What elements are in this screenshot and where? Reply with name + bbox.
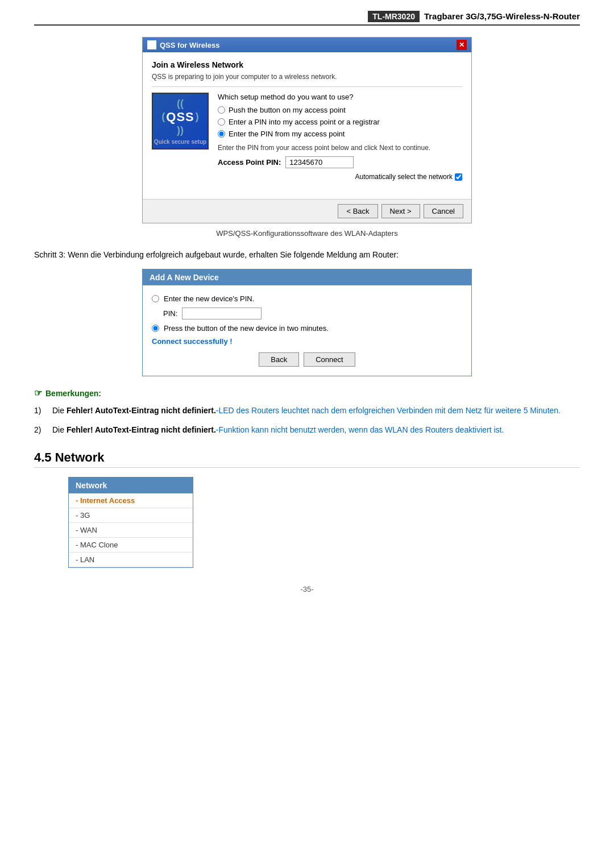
qss-waves-inner-right: ) bbox=[196, 111, 199, 123]
remark-item-1: 1) Die Fehler! AutoText-Eintrag nicht de… bbox=[34, 404, 580, 417]
qss-caption: WPS/QSS-Konfigurationssoftware des WLAN-… bbox=[34, 229, 580, 238]
radio-option-0[interactable]: Push the button on my access point bbox=[218, 106, 462, 114]
remarks-title-text: Bemerkungen: bbox=[45, 389, 101, 398]
network-menu: Network - Internet Access - 3G - WAN - M… bbox=[68, 477, 193, 568]
auto-select-checkbox[interactable] bbox=[455, 173, 462, 181]
add-device-pin-input[interactable] bbox=[182, 308, 262, 319]
qss-dialog-content: Join a Wireless Network QSS is preparing… bbox=[143, 52, 471, 199]
step-3-text: Schritt 3: Wenn die Verbindung erfolgrei… bbox=[34, 249, 580, 261]
qss-icon-graphic: (( ( QSS ) )) Quick secure setup bbox=[152, 93, 209, 149]
network-menu-item-mac-clone[interactable]: - MAC Clone bbox=[69, 538, 193, 553]
page-number: -35- bbox=[34, 585, 580, 593]
pin-instruction: Enter the PIN from your access point bel… bbox=[218, 144, 462, 152]
qss-question: Which setup method do you want to use? bbox=[218, 93, 462, 101]
qss-titlebar-left: QSS for Wireless bbox=[147, 40, 219, 49]
radio-push-button-label: Push the button on my access point bbox=[229, 106, 346, 114]
qss-waves-inner: ( bbox=[161, 111, 165, 123]
qss-footer: < Back Next > Cancel bbox=[143, 199, 471, 223]
add-device-connect-button[interactable]: Connect bbox=[304, 352, 355, 367]
radio-enter-pin-ap-label: Enter the PIN from my access point bbox=[229, 130, 345, 138]
radio-enter-pin-registrar-label: Enter a PIN into my access point or a re… bbox=[229, 118, 380, 126]
qss-subtitle: QSS is preparing to join your computer t… bbox=[152, 73, 462, 87]
qss-close-button[interactable]: ✕ bbox=[457, 40, 467, 50]
remark-num-2: 2) bbox=[34, 423, 48, 436]
add-device-pin-row: PIN: bbox=[152, 308, 462, 319]
qss-waves-left: (( bbox=[177, 98, 184, 110]
remark-2-bold: Fehler! AutoText-Eintrag nicht definiert… bbox=[67, 425, 216, 434]
add-device-dialog: Add A New Device Enter the new device's … bbox=[142, 269, 472, 376]
add-device-content: Enter the new device's PIN. PIN: Press t… bbox=[143, 285, 471, 376]
auto-select-label: Automatically select the network bbox=[355, 173, 453, 181]
network-menu-item-3g[interactable]: - 3G bbox=[69, 508, 193, 523]
add-device-option-0[interactable]: Enter the new device's PIN. bbox=[152, 294, 462, 303]
remark-1-blue: -LED des Routers leuchtet nach dem erfol… bbox=[216, 406, 561, 415]
qss-icon-label: Quick secure setup bbox=[154, 139, 206, 145]
add-device-footer: Back Connect bbox=[152, 352, 462, 367]
remark-2-blue: -Funktion kann nicht benutzt werden, wen… bbox=[216, 425, 504, 434]
qss-titlebar-icon bbox=[147, 40, 156, 49]
add-device-pin-text: PIN: bbox=[163, 309, 177, 318]
next-button[interactable]: Next > bbox=[381, 204, 420, 218]
remarks-section: ☞ Bemerkungen: 1) Die Fehler! AutoText-E… bbox=[34, 388, 580, 437]
radio-option-1[interactable]: Enter a PIN into my access point or a re… bbox=[218, 118, 462, 126]
model-label: TL-MR3020 bbox=[368, 11, 420, 22]
page-header: TL-MR3020 Tragbarer 3G/3,75G-Wireless-N-… bbox=[34, 11, 580, 26]
radio-push-button[interactable] bbox=[218, 106, 225, 114]
pin-row: Access Point PIN: bbox=[218, 156, 462, 168]
qss-waves-right: )) bbox=[177, 124, 184, 136]
qss-text: QSS bbox=[166, 110, 194, 124]
auto-select-row: Automatically select the network bbox=[218, 173, 462, 181]
pin-label: Access Point PIN: bbox=[218, 158, 281, 167]
qss-section-title: Join a Wireless Network bbox=[152, 60, 462, 69]
add-device-back-button[interactable]: Back bbox=[259, 352, 299, 367]
pin-input[interactable] bbox=[285, 156, 354, 168]
qss-options: Which setup method do you want to use? P… bbox=[218, 93, 462, 183]
remark-item-2: 2) Die Fehler! AutoText-Eintrag nicht de… bbox=[34, 423, 580, 436]
connect-success-text: Connect successfully ! bbox=[152, 337, 462, 346]
qss-dialog: QSS for Wireless ✕ Join a Wireless Netwo… bbox=[142, 37, 472, 223]
add-device-pin-label: Enter the new device's PIN. bbox=[164, 294, 254, 303]
product-name-label: Tragbarer 3G/3,75G-Wireless-N-Router bbox=[424, 11, 580, 21]
add-device-press-label: Press the button of the new device in tw… bbox=[164, 324, 329, 333]
section-45-heading: 4.5 Network bbox=[34, 450, 580, 468]
radio-enter-pin-registrar[interactable] bbox=[218, 118, 225, 126]
qss-title-text: QSS for Wireless bbox=[160, 41, 219, 49]
add-device-option-1[interactable]: Press the button of the new device in tw… bbox=[152, 324, 462, 333]
radio-option-2[interactable]: Enter the PIN from my access point bbox=[218, 130, 462, 138]
qss-body: (( ( QSS ) )) Quick secure setup Which s… bbox=[152, 93, 462, 183]
add-device-title: Add A New Device bbox=[143, 269, 471, 285]
add-device-radio-press[interactable] bbox=[152, 325, 159, 332]
qss-titlebar: QSS for Wireless ✕ bbox=[143, 38, 471, 52]
radio-enter-pin-ap[interactable] bbox=[218, 130, 225, 138]
cancel-button[interactable]: Cancel bbox=[424, 204, 463, 218]
back-button[interactable]: < Back bbox=[338, 204, 377, 218]
network-menu-item-internet-access[interactable]: - Internet Access bbox=[69, 493, 193, 508]
network-menu-header: Network bbox=[69, 477, 193, 493]
network-menu-item-wan[interactable]: - WAN bbox=[69, 523, 193, 538]
network-menu-item-lan[interactable]: - LAN bbox=[69, 553, 193, 567]
add-device-radio-pin[interactable] bbox=[152, 295, 159, 302]
remark-text-2: Die Fehler! AutoText-Eintrag nicht defin… bbox=[52, 423, 580, 436]
remark-text-1: Die Fehler! AutoText-Eintrag nicht defin… bbox=[52, 404, 580, 417]
remark-1-bold: Fehler! AutoText-Eintrag nicht definiert… bbox=[67, 406, 216, 415]
remarks-title: ☞ Bemerkungen: bbox=[34, 388, 580, 398]
remark-num-1: 1) bbox=[34, 404, 48, 417]
remarks-icon: ☞ bbox=[34, 388, 42, 398]
